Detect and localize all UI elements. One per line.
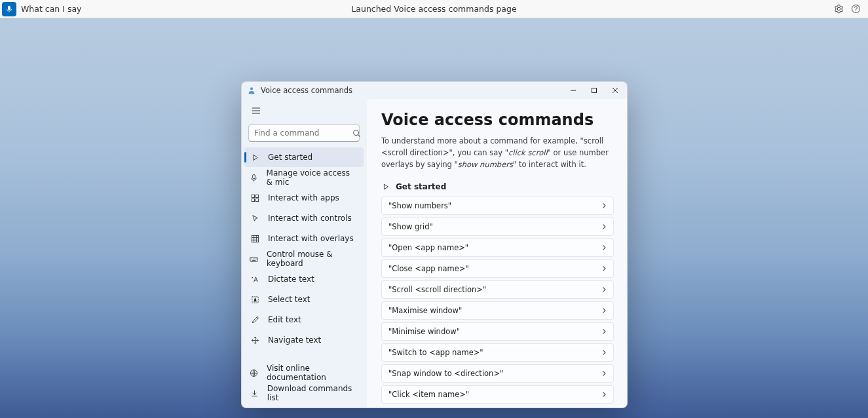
pencil-icon: [250, 314, 260, 325]
maximize-button[interactable]: [584, 82, 605, 99]
voice-prompt-text: What can I say: [21, 4, 81, 14]
play-icon: [381, 182, 390, 191]
search-field[interactable]: [254, 128, 352, 138]
close-button[interactable]: [605, 82, 626, 99]
section-title: Get started: [396, 182, 446, 191]
close-icon: [612, 87, 618, 94]
svg-rect-9: [255, 199, 258, 201]
sidebar-item-edit-text[interactable]: Edit text: [244, 310, 364, 330]
chevron-right-icon: [601, 244, 607, 251]
command-item[interactable]: "Switch to <app name>": [381, 343, 614, 362]
mic-icon: [250, 172, 259, 183]
sidebar-item-select-text[interactable]: Select text: [244, 290, 364, 309]
sidebar-item-label: Interact with overlays: [268, 234, 354, 243]
apps-icon: [250, 193, 260, 203]
command-list: "Show numbers""Show grid""Open <app name…: [381, 197, 614, 404]
maximize-icon: [591, 87, 597, 94]
sidebar-item-download[interactable]: Download commands list: [244, 383, 364, 403]
svg-rect-6: [252, 195, 254, 197]
mic-icon: [5, 5, 13, 13]
nav-toggle-button[interactable]: [244, 100, 268, 121]
command-item[interactable]: "Open <app name>": [381, 238, 614, 257]
command-item[interactable]: "Click <item name>": [381, 385, 614, 404]
cursor-icon: [250, 213, 260, 223]
voice-access-bar: What can I say Launched Voice access com…: [0, 0, 868, 18]
chevron-right-icon: [601, 223, 607, 230]
sidebar-item-label: Download commands list: [267, 384, 358, 402]
help-icon: [851, 4, 861, 14]
command-text: "Show numbers": [388, 201, 451, 210]
svg-rect-3: [592, 88, 597, 93]
chevron-right-icon: [601, 370, 607, 377]
minimize-icon: [570, 87, 576, 94]
intro-text: To understand more about a command for e…: [381, 136, 614, 170]
chevron-right-icon: [601, 286, 607, 293]
command-text: "Maximise window": [388, 306, 462, 315]
settings-button[interactable]: [833, 4, 844, 14]
sidebar-item-label: Edit text: [268, 315, 301, 324]
download-icon: [250, 388, 259, 398]
search-input[interactable]: [248, 124, 360, 142]
sidebar-item-label: Interact with controls: [268, 214, 352, 223]
chevron-right-icon: [601, 328, 607, 335]
hamburger-icon: [252, 106, 261, 115]
command-text: "Open <app name>": [388, 243, 468, 252]
chevron-right-icon: [601, 202, 607, 209]
sidebar-item-label: Visit online documentation: [267, 364, 358, 382]
sidebar-item-label: Control mouse & keyboard: [267, 250, 358, 268]
sidebar-item-label: Dictate text: [268, 275, 314, 284]
svg-rect-8: [252, 199, 254, 201]
sidebar-item-navigate-text[interactable]: Navigate text: [244, 330, 364, 350]
select-text-icon: [250, 294, 260, 305]
sidebar-item-label: Manage voice access & mic: [267, 168, 358, 187]
sidebar-item-mouse-keyboard[interactable]: Control mouse & keyboard: [244, 249, 364, 269]
chevron-right-icon: [601, 349, 607, 356]
command-item[interactable]: "Maximise window": [381, 301, 614, 320]
command-item[interactable]: "Show numbers": [381, 197, 614, 215]
svg-point-2: [250, 87, 253, 90]
command-item[interactable]: "Minimise window": [381, 322, 614, 341]
sidebar: Get started Manage voice access & mic In…: [242, 99, 366, 408]
sidebar-item-label: Navigate text: [268, 335, 321, 345]
command-item[interactable]: "Scroll <scroll direction>": [381, 280, 614, 299]
voice-commands-window: Voice access commands Get started: [241, 81, 628, 408]
svg-rect-11: [250, 257, 257, 261]
help-button[interactable]: [850, 4, 861, 14]
keyboard-icon: [250, 254, 259, 264]
command-text: "Click <item name>": [388, 390, 469, 399]
grid-icon: [250, 233, 260, 244]
command-text: "Close <app name>": [388, 264, 469, 273]
sidebar-item-manage-voice[interactable]: Manage voice access & mic: [244, 168, 364, 187]
command-text: "Minimise window": [388, 327, 460, 336]
command-text: "Show grid": [388, 222, 433, 231]
sidebar-item-label: Get started: [268, 153, 312, 162]
sidebar-item-interact-overlays[interactable]: Interact with overlays: [244, 229, 364, 248]
sidebar-item-interact-apps[interactable]: Interact with apps: [244, 188, 364, 208]
page-title: Voice access commands: [381, 111, 614, 129]
mic-button[interactable]: [2, 2, 16, 16]
svg-point-1: [855, 10, 856, 11]
content-panel[interactable]: Voice access commands To understand more…: [366, 99, 627, 408]
command-item[interactable]: "Snap window to <direction>": [381, 364, 614, 383]
app-icon: [247, 86, 256, 95]
sidebar-item-online-docs[interactable]: Visit online documentation: [244, 363, 364, 383]
sidebar-item-label: Select text: [268, 295, 311, 304]
sidebar-item-get-started[interactable]: Get started: [244, 147, 364, 167]
chevron-right-icon: [601, 307, 607, 314]
titlebar[interactable]: Voice access commands: [242, 82, 627, 99]
svg-rect-5: [253, 174, 255, 179]
minimize-button[interactable]: [563, 82, 584, 99]
svg-rect-7: [255, 195, 258, 197]
command-item[interactable]: "Show grid": [381, 218, 614, 236]
svg-point-4: [354, 130, 359, 135]
voice-status-text: Launched Voice access commands page: [351, 4, 516, 14]
sidebar-item-dictate[interactable]: Dictate text: [244, 269, 364, 289]
command-text: "Scroll <scroll direction>": [388, 285, 486, 294]
play-icon: [250, 152, 260, 162]
sidebar-item-interact-controls[interactable]: Interact with controls: [244, 208, 364, 228]
search-icon: [352, 129, 361, 138]
command-item[interactable]: "Close <app name>": [381, 259, 614, 278]
globe-icon: [250, 368, 259, 378]
navigate-icon: [250, 335, 260, 345]
chevron-right-icon: [601, 391, 607, 398]
